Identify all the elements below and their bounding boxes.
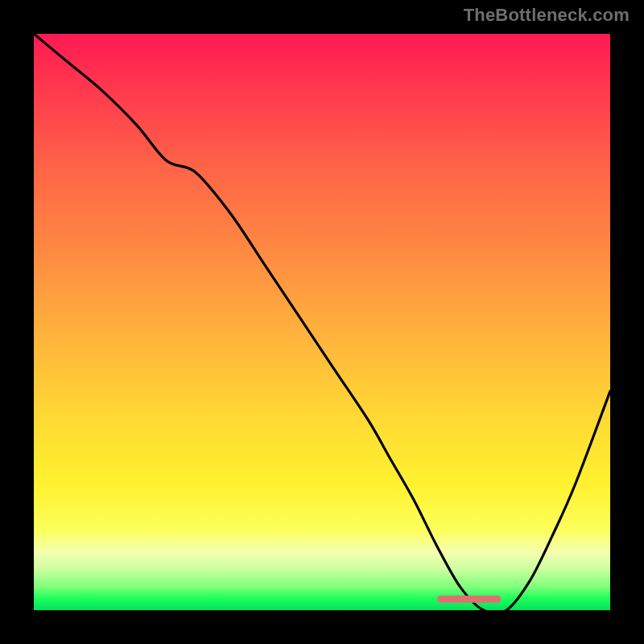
chart-stage: TheBottleneck.com [0,0,644,644]
watermark-text: TheBottleneck.com [464,5,630,26]
plot-area [34,34,610,610]
plot-border [27,27,617,617]
optimal-marker [34,34,610,610]
optimal-marker-bar [437,596,501,603]
